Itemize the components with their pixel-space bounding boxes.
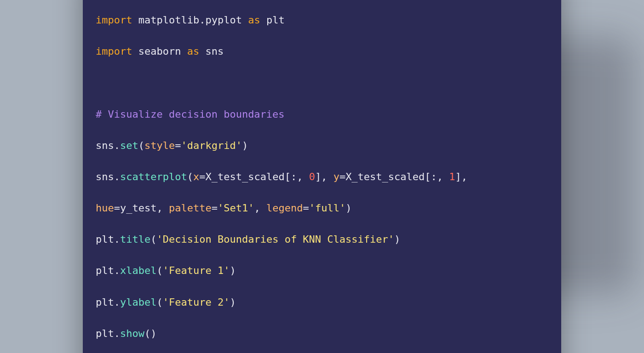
paren-close: )	[230, 265, 236, 276]
code-line: sns.scatterplot(x=X_test_scaled[:, 0], y…	[96, 169, 548, 185]
string: 'Feature 2'	[163, 296, 230, 308]
keyword-as: as	[187, 46, 200, 57]
alias: sns	[205, 46, 224, 57]
paren-close: )	[230, 296, 236, 308]
equals: =	[175, 140, 181, 151]
space	[303, 171, 309, 182]
code-line: import seaborn as sns	[96, 44, 548, 59]
paren-close: )	[242, 140, 248, 151]
paren-open: (	[156, 265, 162, 276]
dot: .	[114, 296, 120, 308]
kwarg: legend	[266, 202, 303, 214]
function-call: title	[120, 233, 150, 245]
equals: =	[339, 171, 345, 182]
comma: ,	[254, 202, 266, 214]
dot: .	[114, 265, 120, 276]
space	[327, 171, 333, 182]
module-name: seaborn	[138, 46, 181, 57]
kwarg: palette	[169, 202, 212, 214]
string: 'Set1'	[218, 202, 254, 214]
dot: .	[114, 140, 120, 151]
identifier: sns	[96, 140, 114, 151]
keyword-import: import	[96, 14, 132, 26]
kwarg: style	[144, 140, 175, 151]
equals: =	[303, 202, 309, 214]
alias: plt	[266, 14, 285, 26]
keyword-as: as	[248, 14, 260, 26]
string: 'Feature 1'	[163, 265, 230, 276]
code-line: import matplotlib.pyplot as plt	[96, 12, 548, 28]
expr: X_test_scaled[:,	[345, 171, 443, 182]
function-call: show	[120, 328, 144, 339]
code-line: sns.set(style='darkgrid')	[96, 138, 548, 154]
keyword-import: import	[96, 46, 132, 57]
identifier: sns	[96, 171, 114, 182]
function-call: set	[120, 140, 138, 151]
identifier: plt	[96, 233, 114, 245]
code-line: # Visualize decision boundaries	[96, 107, 548, 122]
paren-open: (	[187, 171, 193, 182]
kwarg: y	[334, 171, 339, 182]
code-line: plt.title('Decision Boundaries of KNN Cl…	[96, 232, 548, 247]
identifier: plt	[96, 328, 114, 339]
paren-close: )	[394, 233, 400, 245]
comment: # Visualize decision boundaries	[96, 108, 285, 120]
code-block: import matplotlib.pyplot as plt import s…	[96, 0, 548, 353]
kwarg: x	[193, 171, 199, 182]
paren-close: )	[345, 202, 351, 214]
number: 1	[449, 171, 455, 182]
paren-open: (	[156, 296, 162, 308]
dot: .	[114, 233, 120, 245]
equals: =	[212, 202, 218, 214]
identifier: plt	[96, 265, 114, 276]
module-name: matplotlib.pyplot	[138, 14, 242, 26]
expr: ],	[455, 171, 468, 182]
identifier: y_test	[120, 202, 156, 214]
dot: .	[114, 171, 120, 182]
paren-open: (	[144, 328, 150, 339]
code-line: plt.show()	[96, 326, 548, 342]
paren-open: (	[150, 233, 156, 245]
equals: =	[199, 171, 205, 182]
space	[443, 171, 449, 182]
identifier: plt	[96, 296, 114, 308]
string: 'full'	[309, 202, 345, 214]
paren-close: )	[150, 328, 156, 339]
code-line: plt.ylabel('Feature 2')	[96, 295, 548, 310]
code-line: plt.xlabel('Feature 1')	[96, 263, 548, 279]
function-call: ylabel	[120, 296, 156, 308]
function-call: scatterplot	[120, 171, 187, 182]
equals: =	[114, 202, 120, 214]
function-call: xlabel	[120, 265, 156, 276]
comma: ,	[156, 202, 169, 214]
number: 0	[309, 171, 315, 182]
code-window: import matplotlib.pyplot as plt import s…	[83, 0, 561, 353]
string: 'darkgrid'	[181, 140, 242, 151]
expr: X_test_scaled[:,	[205, 171, 303, 182]
code-line: hue=y_test, palette='Set1', legend='full…	[96, 200, 548, 216]
blank-line	[96, 75, 548, 91]
dot: .	[114, 328, 120, 339]
paren-open: (	[138, 140, 144, 151]
kwarg: hue	[96, 202, 114, 214]
expr: ],	[315, 171, 328, 182]
string: 'Decision Boundaries of KNN Classifier'	[156, 233, 394, 245]
